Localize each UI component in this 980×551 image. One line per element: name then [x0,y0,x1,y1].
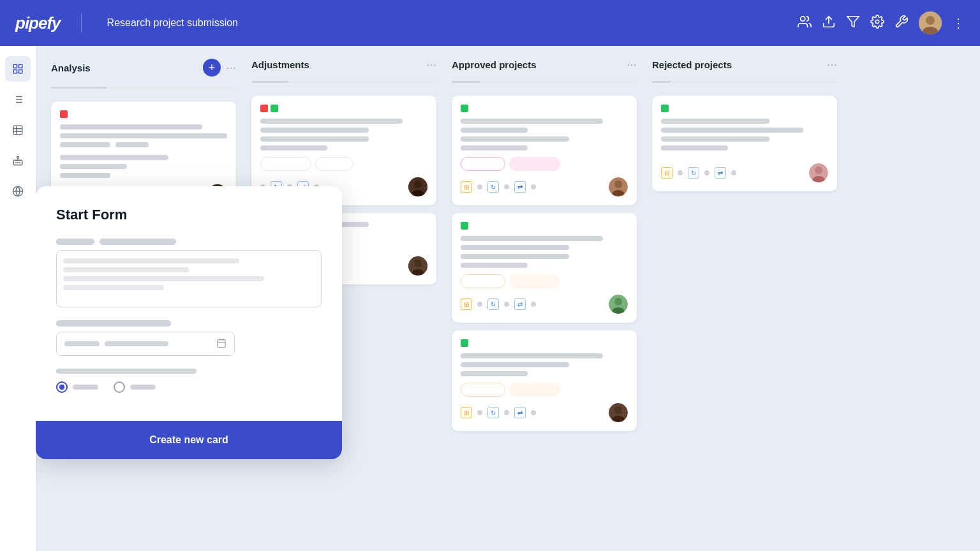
sidebar [0,46,36,551]
column-menu-rejected[interactable]: ⋯ [827,59,837,71]
form-label-row-1 [56,239,322,245]
column-progress-approved [452,81,637,83]
column-rejected: Rejected projects ⋯ [652,59,837,431]
card-badges [461,383,628,397]
form-textarea[interactable] [56,250,322,307]
column-approved: Approved projects ⋯ [452,59,637,431]
more-menu-icon[interactable]: ⋮ [952,15,965,31]
svg-rect-17 [13,126,22,135]
badge-orange [461,274,505,288]
badge [260,157,311,171]
column-header-approved: Approved projects ⋯ [452,59,637,71]
create-new-card-button[interactable]: Create new card [36,421,342,459]
sidebar-item-list[interactable] [5,87,31,112]
card-avatar [408,256,427,276]
column-title-rejected: Rejected projects [652,59,822,70]
column-progress-analysis [51,87,236,89]
calendar-icon[interactable] [216,338,226,350]
sidebar-item-grid[interactable] [5,56,31,82]
column-title-approved: Approved projects [452,59,621,70]
badge-orange-fill [509,383,560,397]
header-divider [81,13,82,33]
svg-rect-7 [13,64,17,68]
card-footer: ⊞ ↻ ⇄ [461,177,628,196]
badge-orange-fill [509,274,560,288]
card-avatar [408,177,427,196]
board-area: Analysis + ⋯ [36,46,980,551]
card-footer: ⊞ ↻ ⇄ [661,163,828,182]
svg-point-48 [815,166,822,174]
svg-point-45 [614,406,622,414]
card-tags [260,105,427,112]
svg-point-0 [801,16,805,20]
tag-red [60,110,68,118]
card-avatar [809,163,828,182]
sidebar-item-bot[interactable] [5,148,31,173]
card: ⊞ ↻ ⇄ [652,96,837,191]
column-menu-approved[interactable]: ⋯ [627,59,637,71]
start-form-content: Start Form [36,186,342,421]
svg-marker-2 [847,16,859,27]
card-footer: ⊞ ↻ ⇄ [461,403,628,422]
card-avatar [609,177,628,196]
card-badges [461,157,628,171]
card-avatar [609,295,628,314]
column-menu-analysis[interactable]: ⋯ [226,62,236,74]
svg-point-22 [17,156,19,158]
badge-pink [461,157,505,171]
column-header-adjustments: Adjustments ⋯ [251,59,436,71]
page-title: Research project submission [107,17,238,29]
card-avatar [609,403,628,422]
svg-rect-50 [218,339,225,347]
svg-point-36 [414,260,422,267]
column-progress-adjustments [251,81,436,83]
card-footer: ⊞ ↻ ⇄ [461,295,628,314]
user-avatar[interactable] [919,11,942,34]
card-badges [260,157,427,171]
start-form-title: Start Form [56,207,322,223]
card-tags [60,110,227,118]
column-progress-fill [51,87,107,89]
header-actions: ⋮ [798,11,965,34]
badge [315,157,353,171]
radio-option-1[interactable] [56,381,98,393]
column-title-analysis: Analysis [51,62,198,73]
users-icon[interactable] [798,15,812,32]
badge-orange [461,383,505,397]
form-label-row-2 [56,320,322,327]
settings-icon[interactable] [870,15,884,32]
svg-point-3 [875,20,879,24]
add-card-button-analysis[interactable]: + [203,59,221,77]
filter-icon[interactable] [846,15,860,32]
main-layout: Analysis + ⋯ [0,46,980,551]
column-menu-adjustments[interactable]: ⋯ [426,59,436,71]
column-progress-rejected [652,81,837,83]
radio-option-2[interactable] [114,381,156,393]
form-field-date [56,320,322,356]
card: ⊞ ↻ ⇄ [452,213,637,323]
export-icon[interactable] [822,15,836,32]
column-title-adjustments: Adjustments [251,59,421,70]
card-tags [461,105,628,112]
card-tags [461,339,628,347]
date-input[interactable] [56,332,235,356]
sidebar-item-table[interactable] [5,117,31,143]
logo: pipefy [15,13,61,33]
form-field-radio [56,369,322,393]
start-form-panel: Start Form [36,186,342,459]
badge-pink-fill [509,157,560,171]
svg-point-33 [414,180,422,188]
radio-group [56,381,322,393]
svg-rect-8 [19,64,22,68]
card-tags [461,222,628,230]
card: ⊞ ↻ ⇄ [452,330,637,431]
svg-rect-9 [19,70,22,73]
sidebar-item-globe[interactable] [5,179,31,204]
header: pipefy Research project submission ⋮ [0,0,980,46]
column-header-rejected: Rejected projects ⋯ [652,59,837,71]
wrench-icon[interactable] [895,15,909,32]
svg-point-42 [614,298,622,305]
column-header-analysis: Analysis + ⋯ [51,59,236,77]
logo-area: pipefy Research project submission [15,13,238,33]
svg-rect-10 [13,70,17,73]
